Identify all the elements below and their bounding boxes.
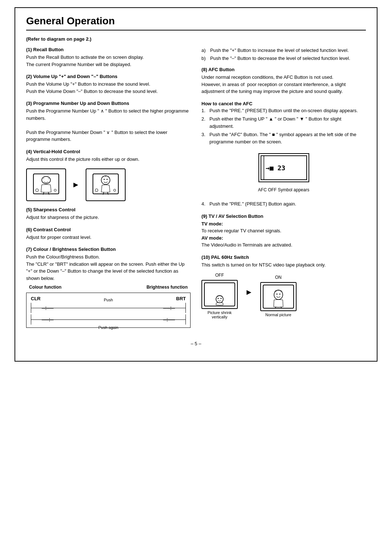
- section-sharpness: (5) Sharpness Control Adjust for sharpne…: [26, 207, 191, 221]
- section-contrast-title: (6) Contrast Control: [26, 227, 191, 232]
- step-4-text: Push the "PRE." (PRESET) Button again.: [209, 200, 296, 208]
- page-number: – 5 –: [26, 341, 366, 346]
- svg-point-25: [276, 294, 277, 295]
- svg-rect-23: [263, 285, 294, 308]
- push-line: [31, 308, 186, 308]
- svg-point-11: [106, 179, 107, 180]
- pal-off-item: OFF: [201, 273, 238, 319]
- cancel-afc-steps: 1. Push the "PRE." (PRESET) Button until…: [201, 107, 366, 146]
- pal-tv-off-svg: [203, 282, 236, 307]
- pal-arrow: ►: [245, 288, 253, 297]
- colour-function-label: Colour function: [29, 285, 61, 290]
- pal-on-item: ON: [260, 275, 297, 317]
- push-line-left: [31, 303, 31, 313]
- tv-normal: [86, 168, 126, 201]
- section-vertical: (4) Vertical-Hold Control Adjust this co…: [26, 149, 191, 163]
- item-a: a) Push the "+" Button to increase the l…: [201, 47, 366, 54]
- tv-arrow: ►: [72, 180, 80, 190]
- pal-off-label: OFF: [215, 273, 224, 278]
- step-2: 2. Push either the Tuning UP " ▲ " or Do…: [201, 115, 366, 130]
- section-contrast-body: Adjust for proper contrast level.: [26, 234, 191, 241]
- step-1-text: Push the "PRE." (PRESET) Button until th…: [209, 107, 358, 114]
- right-column: a) Push the "+" Button to increase the l…: [201, 47, 366, 334]
- push-again-line-right: [185, 314, 186, 325]
- svg-line-2: [43, 178, 44, 179]
- tv-illustration: ►: [26, 168, 191, 201]
- section-contrast: (6) Contrast Control Adjust for proper c…: [26, 227, 191, 241]
- afc-caption: AFC OFF Symbol appears: [258, 187, 309, 192]
- svg-point-15: [114, 189, 116, 191]
- svg-line-3: [48, 178, 49, 179]
- item-a-label: a): [201, 47, 208, 54]
- section-recall: (1) Recall Button Push the Recall Button…: [26, 47, 191, 68]
- section-colour-title: (7) Colour / Brightness Selection Button: [26, 247, 191, 252]
- page-subtitle: (Refer to diagram on page 2.): [26, 36, 366, 42]
- section-vertical-body: Adjust this control if the picture rolls…: [26, 156, 191, 163]
- brightness-function-label: Brightness function: [147, 285, 188, 290]
- clr-label: CLR: [31, 296, 41, 301]
- page-title: General Operation: [26, 15, 366, 30]
- item-a-text: Push the "+" Button to increase the leve…: [210, 47, 349, 54]
- afc-screen-diagram: →■ 23 AFC OFF Symbol appears: [201, 150, 366, 196]
- section-tv-av-title: (9) TV / AV Selection Button: [201, 213, 366, 219]
- section-volume-title: (2) Volume Up "+" and Down "–" Buttons: [26, 74, 191, 79]
- svg-rect-8: [93, 174, 118, 194]
- section-programme-title: (3) Programme Number Up and Down Buttons: [26, 101, 191, 106]
- tv-normal-svg: [91, 172, 120, 197]
- section-programme: (3) Programme Number Up and Down Buttons…: [26, 101, 191, 143]
- item-b-label: b): [201, 55, 208, 62]
- step-3-text: Push the "AFC" Button. The " ■ " symbol …: [209, 131, 366, 145]
- push-again-line-container: Push again ——|— —|——: [31, 314, 186, 325]
- afc-screen: →■ 23: [258, 153, 309, 182]
- section-pal-title: (10) PAL 60Hz Switch: [201, 254, 366, 260]
- svg-point-22: [221, 298, 222, 299]
- tv-distorted-svg: [32, 172, 61, 197]
- clr-brt-diagram: Colour function Brightness function CLR …: [26, 285, 191, 328]
- section-volume-body: Push the Volume Up "+" Button to increas…: [26, 81, 191, 95]
- left-column: (1) Recall Button Push the Recall Button…: [26, 47, 191, 334]
- page-container: General Operation (Refer to diagram on p…: [15, 7, 377, 362]
- step-4-num: 4.: [201, 200, 207, 208]
- svg-point-26: [279, 294, 280, 295]
- clr-dashes-top: —|——: [42, 306, 54, 310]
- push-label: Push: [104, 298, 113, 302]
- main-content: (1) Recall Button Push the Recall Button…: [26, 47, 366, 334]
- av-mode-body: The Video/Audio in Terminals are activat…: [201, 242, 292, 248]
- section-sharpness-body: Adjust for sharpness of the picture.: [26, 214, 191, 221]
- svg-point-6: [36, 189, 38, 192]
- tv-mode-label: TV mode:: [201, 221, 223, 227]
- section-programme-body: Push the Programme Number Up " ∧ " Butto…: [26, 107, 191, 143]
- pal-tv-off: [201, 280, 238, 309]
- ab-list: a) Push the "+" Button to increase the l…: [201, 47, 366, 62]
- push-again-line-left: [31, 314, 31, 325]
- pal-off-caption: Picture shrink vertically: [201, 310, 238, 319]
- section-afc: (8) AFC Button Under normal reception co…: [201, 67, 366, 95]
- av-mode-label: AV mode:: [201, 235, 223, 241]
- section-colour-body: Push the Colour/Brightness Button. The "…: [26, 253, 191, 282]
- push-line-container: Push —|—— ——|—: [31, 303, 186, 313]
- svg-point-7: [54, 189, 56, 191]
- cancel-afc-title: How to cancel the AFC: [201, 101, 366, 106]
- brt-label: BRT: [176, 296, 186, 301]
- brt-dashes-bottom: —|——: [163, 318, 175, 322]
- step-4: 4. Push the "PRE." (PRESET) Button again…: [201, 200, 366, 208]
- step-1: 1. Push the "PRE." (PRESET) Button until…: [201, 107, 366, 114]
- section-recall-title: (1) Recall Button: [26, 47, 191, 52]
- step-3-num: 3.: [201, 131, 207, 145]
- section-tv-av: (9) TV / AV Selection Button TV mode: To…: [201, 213, 366, 249]
- push-again-label: Push again: [98, 325, 118, 330]
- brt-dashes-top: ——|—: [163, 306, 175, 310]
- section-afc-body: Under normal reception conditions, the A…: [201, 74, 366, 95]
- section-colour: (7) Colour / Brightness Selection Button…: [26, 247, 191, 328]
- pal-on-caption: Normal picture: [265, 313, 291, 317]
- pal-tv-on-svg: [262, 284, 295, 309]
- push-again-line: [31, 319, 186, 320]
- section-vertical-title: (4) Vertical-Hold Control: [26, 149, 191, 154]
- svg-point-21: [218, 298, 219, 299]
- pal-diagram: OFF: [201, 273, 366, 319]
- item-b-text: Push the "–" Button to decrease the leve…: [210, 55, 350, 62]
- tv-distorted: [26, 168, 66, 201]
- svg-point-24: [274, 290, 283, 300]
- item-b: b) Push the "–" Button to decrease the l…: [201, 55, 366, 62]
- tv-mode-body: To receive regular TV channel signals.: [201, 228, 281, 233]
